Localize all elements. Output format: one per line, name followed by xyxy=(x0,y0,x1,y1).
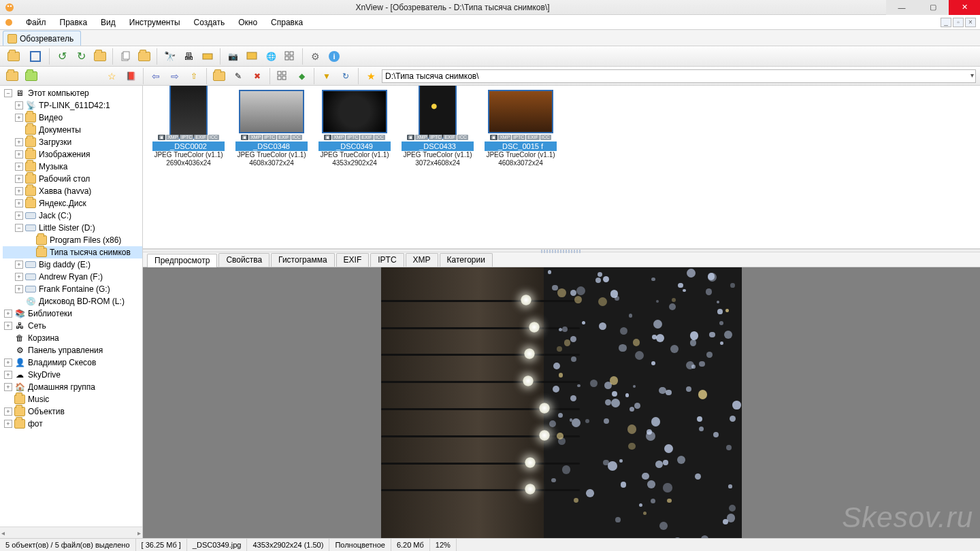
filter-button[interactable]: ▼ xyxy=(318,68,335,84)
tree-node[interactable]: +Frank Fontaine (G:) xyxy=(3,283,142,295)
tree-node[interactable]: +Яндекс.Диск xyxy=(3,197,142,210)
about-button[interactable]: i xyxy=(326,48,342,65)
tree-node[interactable]: +Рабочий стол xyxy=(3,173,142,185)
nav-fwd-button[interactable]: ⇨ xyxy=(167,68,183,84)
nav-back-button[interactable]: ⇦ xyxy=(148,68,164,84)
print-button[interactable]: 🖶 xyxy=(180,48,197,65)
tree-node[interactable]: 💿Дисковод BD-ROM (L:) xyxy=(3,295,142,307)
expander-icon[interactable]: + xyxy=(4,358,12,367)
expander-icon[interactable]: + xyxy=(4,407,12,416)
tree-node[interactable]: 🗑Корзина xyxy=(3,332,142,344)
address-input[interactable]: D:\Типа тысяча снимков\ ▾ xyxy=(382,69,976,83)
tree-node[interactable]: Music xyxy=(3,393,142,405)
expander-icon[interactable]: + xyxy=(4,383,12,391)
tree-collapse-button[interactable] xyxy=(4,68,20,84)
tree-node[interactable]: −Little Sister (D:) xyxy=(3,222,142,234)
expander-icon[interactable]: + xyxy=(4,310,12,318)
tree-node[interactable]: +🖧Сеть xyxy=(3,320,142,332)
thumbnail[interactable]: ▣XMPIPTCEXIFICC_DSC0002JPEG TrueColor (v… xyxy=(152,90,225,167)
delete-button[interactable]: ✖ xyxy=(249,68,265,84)
thumbnails-area[interactable]: ▣XMPIPTCEXIFICC_DSC0002JPEG TrueColor (v… xyxy=(143,86,980,249)
close-button[interactable]: ✕ xyxy=(949,0,980,15)
expander-icon[interactable]: + xyxy=(15,187,23,195)
tree-node[interactable]: +🏠Домашняя группа xyxy=(3,381,142,393)
mdi-close[interactable]: × xyxy=(965,18,976,27)
copy-button[interactable] xyxy=(117,48,133,65)
tree-node[interactable]: +Andrew Ryan (F:) xyxy=(3,271,142,283)
expander-icon[interactable]: + xyxy=(15,114,23,122)
camera-button[interactable]: 📷 xyxy=(225,48,241,65)
tab-exif[interactable]: EXIF xyxy=(336,253,370,267)
nav-up-button[interactable]: ⇧ xyxy=(186,68,202,84)
bookmark-button[interactable]: ★ xyxy=(363,68,379,84)
settings-button[interactable]: ⚙ xyxy=(307,48,323,65)
menu-create[interactable]: Создать xyxy=(187,15,232,30)
tree-node[interactable]: +Объектив xyxy=(3,405,142,418)
tree-node[interactable]: +Big daddy (E:) xyxy=(3,258,142,271)
export-button[interactable] xyxy=(136,48,152,65)
expander-icon[interactable]: + xyxy=(15,175,23,183)
menu-file[interactable]: Файл xyxy=(19,15,53,30)
minimize-button[interactable]: — xyxy=(886,0,917,15)
horizontal-splitter[interactable] xyxy=(143,249,980,252)
tree-node[interactable]: +📚Библиотеки xyxy=(3,307,142,320)
expander-icon[interactable]: + xyxy=(4,371,12,379)
tab-properties[interactable]: Свойства xyxy=(218,253,270,267)
tree-node[interactable]: +Изображения xyxy=(3,148,142,161)
workspace-tab-browser[interactable]: Обозреватель xyxy=(3,31,81,46)
tree-node[interactable]: +Загрузки xyxy=(3,136,142,148)
folder-plus-button[interactable] xyxy=(92,48,108,65)
expander-icon[interactable]: + xyxy=(15,285,23,293)
viewmode-button[interactable] xyxy=(274,68,291,84)
globe-button[interactable]: 🌐 xyxy=(263,48,279,65)
expander-icon[interactable]: + xyxy=(15,212,23,220)
thumbnail[interactable]: ▣XMPIPTCEXIFICC_DSC0433JPEG TrueColor (v… xyxy=(402,90,474,167)
grid-button[interactable] xyxy=(282,48,298,65)
tab-preview[interactable]: Предпросмотр xyxy=(147,254,217,267)
expander-icon[interactable]: + xyxy=(4,322,12,330)
tree-node[interactable]: Типа тысяча снимков xyxy=(3,246,142,258)
tree-node[interactable]: +Jack (C:) xyxy=(3,210,142,222)
new-folder-button[interactable] xyxy=(211,68,227,84)
refresh-fwd-button[interactable]: ↻ xyxy=(73,48,89,65)
tree-node[interactable]: Program Files (x86) xyxy=(3,234,142,246)
menu-view[interactable]: Вид xyxy=(94,15,122,30)
tree-horizontal-scrollbar[interactable]: ◂▸ xyxy=(0,527,142,538)
open-button[interactable] xyxy=(4,47,23,66)
fullscreen-button[interactable] xyxy=(26,47,45,66)
expander-icon[interactable]: + xyxy=(4,420,12,428)
mdi-minimize[interactable]: _ xyxy=(941,18,951,27)
tab-categories[interactable]: Категории xyxy=(440,253,493,267)
search-button[interactable]: 🔭 xyxy=(161,48,178,65)
folder-tree[interactable]: −🖥Этот компьютер+📡TP-LINK_611D42:1+Видео… xyxy=(0,86,142,527)
screen-button[interactable] xyxy=(244,48,260,65)
tree-node[interactable]: +☁SkyDrive xyxy=(3,369,142,381)
thumbnail[interactable]: ▣XMPIPTCEXIFICC_DSC0348JPEG TrueColor (v… xyxy=(235,90,308,167)
expander-icon[interactable]: + xyxy=(15,150,23,158)
tab-histogram[interactable]: Гистограмма xyxy=(271,253,334,267)
rotate-button[interactable]: ↻ xyxy=(338,68,354,84)
chevron-down-icon[interactable]: ▾ xyxy=(970,71,974,79)
rename-button[interactable]: ✎ xyxy=(230,68,246,84)
menu-window[interactable]: Окно xyxy=(231,15,264,30)
menu-tools[interactable]: Инструменты xyxy=(122,15,187,30)
tab-iptc[interactable]: IPTC xyxy=(370,253,404,267)
expander-icon[interactable]: − xyxy=(4,89,12,97)
tree-node[interactable]: +фот xyxy=(3,418,142,430)
expander-icon[interactable]: + xyxy=(15,163,23,171)
menu-help[interactable]: Справка xyxy=(264,15,310,30)
expander-icon[interactable]: + xyxy=(15,273,23,281)
thumbnail[interactable]: ▣XMPIPTCEXIFICC_DSC0349JPEG TrueColor (v… xyxy=(318,90,391,167)
tree-node[interactable]: +Видео xyxy=(3,112,142,124)
sort-button[interactable]: ◆ xyxy=(293,68,310,84)
tree-node[interactable]: +📡TP-LINK_611D42:1 xyxy=(3,99,142,112)
menu-edit[interactable]: Правка xyxy=(53,15,95,30)
tree-node[interactable]: −🖥Этот компьютер xyxy=(3,87,142,99)
tree-node[interactable]: +👤Владимир Скесов xyxy=(3,356,142,369)
expander-icon[interactable]: + xyxy=(15,261,23,269)
tree-expand-button[interactable] xyxy=(23,68,39,84)
preview-area[interactable]: Skesov.ru xyxy=(143,267,980,538)
scan-button[interactable] xyxy=(199,48,216,65)
fav-star-button[interactable]: ☆ xyxy=(103,68,120,84)
tree-node[interactable]: ⚙Панель управления xyxy=(3,344,142,356)
